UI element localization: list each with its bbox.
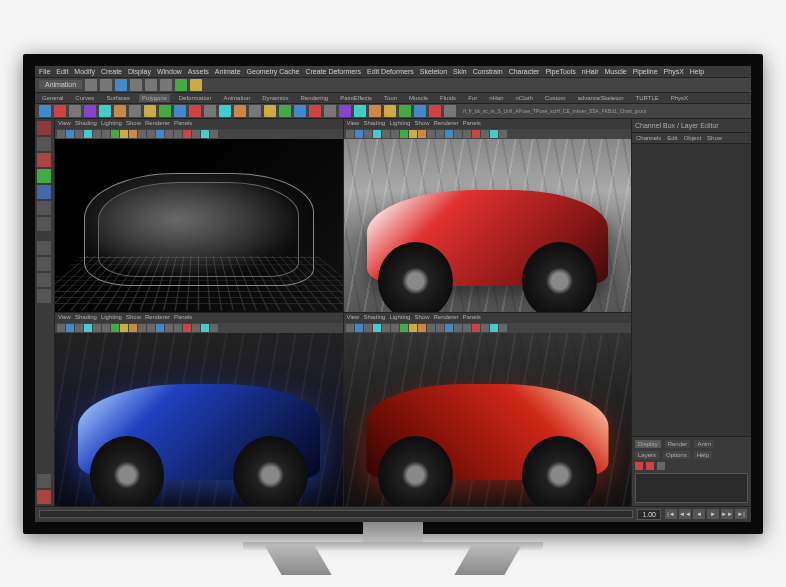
shelf-icon[interactable] xyxy=(354,105,366,117)
shelf-tab-ncloth[interactable]: nCloth xyxy=(512,94,535,102)
vp-menu-shading[interactable]: Shading xyxy=(75,314,97,322)
viewport-canvas-bluelight[interactable] xyxy=(55,333,343,506)
shelf-icon[interactable] xyxy=(429,105,441,117)
shelf-icon[interactable] xyxy=(399,105,411,117)
vp-tool-icon[interactable] xyxy=(165,324,173,332)
playback-button[interactable]: ◄◄ xyxy=(679,509,691,519)
shelf-tab-general[interactable]: General xyxy=(39,94,66,102)
vp-tool-icon[interactable] xyxy=(165,130,173,138)
vp-tool-icon[interactable] xyxy=(111,324,119,332)
manip-tool[interactable] xyxy=(37,201,51,215)
channel-tab-show[interactable]: Show xyxy=(707,135,722,141)
menu-modify[interactable]: Modify xyxy=(74,68,95,75)
vp-tool-icon[interactable] xyxy=(454,324,462,332)
vp-tool-icon[interactable] xyxy=(400,324,408,332)
viewport-canvas-render[interactable] xyxy=(344,333,632,506)
shelf-tab-physx[interactable]: PhysX xyxy=(668,94,691,102)
vp-tool-icon[interactable] xyxy=(391,130,399,138)
shelf-tab-fluids[interactable]: Fluids xyxy=(437,94,459,102)
toolbar-icon[interactable] xyxy=(145,79,157,91)
shelf-icon[interactable] xyxy=(324,105,336,117)
vp-menu-lighting[interactable]: Lighting xyxy=(389,314,410,322)
soft-select-tool[interactable] xyxy=(37,217,51,231)
playback-button[interactable]: ► xyxy=(707,509,719,519)
vp-tool-icon[interactable] xyxy=(147,130,155,138)
vp-tool-icon[interactable] xyxy=(201,130,209,138)
vp-tool-icon[interactable] xyxy=(373,130,381,138)
menu-character[interactable]: Character xyxy=(509,68,540,75)
shelf-icon[interactable] xyxy=(339,105,351,117)
mode-dropdown[interactable]: Animation xyxy=(39,80,82,89)
vp-tool-icon[interactable] xyxy=(138,324,146,332)
shelf-tab-muscle[interactable]: Muscle xyxy=(406,94,431,102)
vp-tool-icon[interactable] xyxy=(66,130,74,138)
vp-tool-icon[interactable] xyxy=(490,324,498,332)
vp-tool-icon[interactable] xyxy=(499,324,507,332)
vp-tool-icon[interactable] xyxy=(93,324,101,332)
toolbar-icon[interactable] xyxy=(190,79,202,91)
shelf-tab-curves[interactable]: Curves xyxy=(72,94,97,102)
layer-add-icon[interactable] xyxy=(657,462,665,470)
vp-menu-renderer[interactable]: Renderer xyxy=(145,120,170,128)
shelf-icon[interactable] xyxy=(234,105,246,117)
shelf-icon[interactable] xyxy=(99,105,111,117)
shelf-icon[interactable] xyxy=(204,105,216,117)
shelf-icon[interactable] xyxy=(264,105,276,117)
vp-tool-icon[interactable] xyxy=(409,130,417,138)
vp-tool-icon[interactable] xyxy=(427,130,435,138)
vp-menu-show[interactable]: Show xyxy=(126,120,141,128)
menu-skeleton[interactable]: Skeleton xyxy=(420,68,447,75)
playback-button[interactable]: ►► xyxy=(721,509,733,519)
vp-menu-panels[interactable]: Panels xyxy=(174,314,192,322)
shelf-tab-dynamics[interactable]: Dynamics xyxy=(259,94,291,102)
vp-tool-icon[interactable] xyxy=(409,324,417,332)
shelf-icon[interactable] xyxy=(414,105,426,117)
menu-pipetools[interactable]: PipeTools xyxy=(545,68,575,75)
shelf-tab-polygons[interactable]: Polygons xyxy=(139,94,170,102)
vp-tool-icon[interactable] xyxy=(57,324,65,332)
shelf-tab-toon[interactable]: Toon xyxy=(381,94,400,102)
vp-menu-panels[interactable]: Panels xyxy=(463,120,481,128)
layer-menu-layers[interactable]: Layers xyxy=(635,451,659,459)
quick-layout[interactable] xyxy=(37,474,51,488)
vp-menu-shading[interactable]: Shading xyxy=(75,120,97,128)
layer-color-red[interactable] xyxy=(646,462,654,470)
menu-assets[interactable]: Assets xyxy=(188,68,209,75)
vp-tool-icon[interactable] xyxy=(427,324,435,332)
shelf-icon[interactable] xyxy=(144,105,156,117)
shelf-icon[interactable] xyxy=(294,105,306,117)
vp-tool-icon[interactable] xyxy=(490,130,498,138)
menu-geometry-cache[interactable]: Geometry Cache xyxy=(247,68,300,75)
shelf-icon[interactable] xyxy=(174,105,186,117)
vp-menu-view[interactable]: View xyxy=(347,120,360,128)
shelf-icon[interactable] xyxy=(279,105,291,117)
menu-help[interactable]: Help xyxy=(690,68,704,75)
menu-window[interactable]: Window xyxy=(157,68,182,75)
vp-tool-icon[interactable] xyxy=(129,130,137,138)
vp-tool-icon[interactable] xyxy=(129,324,137,332)
vp-tool-icon[interactable] xyxy=(75,324,83,332)
vp-tool-icon[interactable] xyxy=(445,324,453,332)
vp-tool-icon[interactable] xyxy=(373,324,381,332)
menu-create[interactable]: Create xyxy=(101,68,122,75)
shelf-icon[interactable] xyxy=(84,105,96,117)
vp-menu-panels[interactable]: Panels xyxy=(174,120,192,128)
vp-tool-icon[interactable] xyxy=(436,324,444,332)
shelf-icon[interactable] xyxy=(39,105,51,117)
shelf-tab-advanceskeleton[interactable]: advanceSkeleton xyxy=(574,94,626,102)
vp-tool-icon[interactable] xyxy=(346,130,354,138)
vp-menu-view[interactable]: View xyxy=(58,120,71,128)
shelf-icon[interactable] xyxy=(249,105,261,117)
shelf-tab-custom[interactable]: Custom xyxy=(542,94,569,102)
shelf-icon[interactable] xyxy=(369,105,381,117)
vp-menu-view[interactable]: View xyxy=(58,314,71,322)
layer-list[interactable] xyxy=(635,473,748,503)
menu-animate[interactable]: Animate xyxy=(215,68,241,75)
current-frame-field[interactable]: 1.00 xyxy=(637,509,661,520)
toolbar-icon[interactable] xyxy=(175,79,187,91)
select-tool[interactable] xyxy=(37,121,51,135)
vp-tool-icon[interactable] xyxy=(138,130,146,138)
vp-menu-renderer[interactable]: Renderer xyxy=(433,120,458,128)
vp-tool-icon[interactable] xyxy=(183,324,191,332)
vp-tool-icon[interactable] xyxy=(174,130,182,138)
